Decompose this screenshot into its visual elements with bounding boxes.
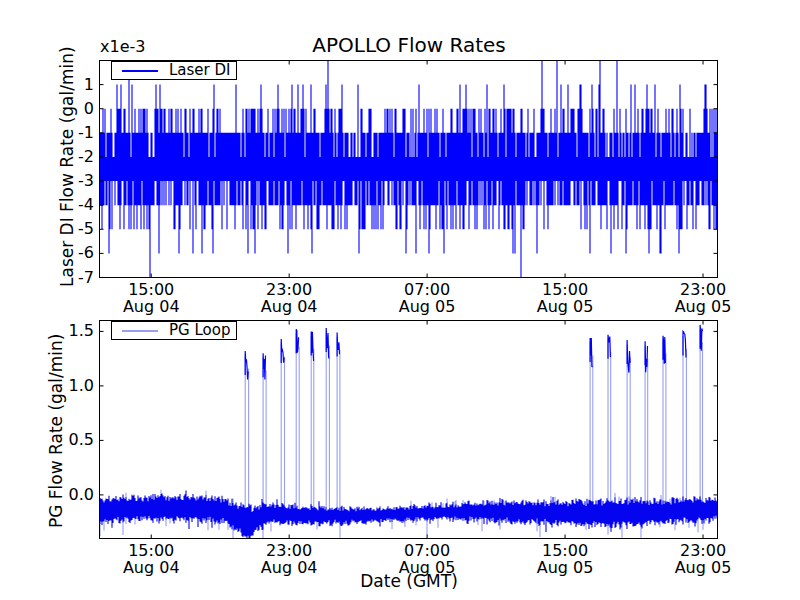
y-tick-label: 1 xyxy=(54,77,94,93)
y-tick-label: -6 xyxy=(54,245,94,261)
x-tick-time: 07:00 xyxy=(382,281,472,298)
pg-loop-baseline xyxy=(100,491,717,540)
x-tick-label: 23:00Aug 04 xyxy=(244,542,334,576)
figure-canvas: APOLLO Flow Rates x1e-3 Laser DI Flow Ra… xyxy=(0,0,800,600)
y-tick-label: 0.0 xyxy=(54,487,94,503)
legend-label-laser-di: Laser DI xyxy=(169,61,231,79)
chart-title: APOLLO Flow Rates xyxy=(258,33,560,57)
legend-line-sample-pg-loop xyxy=(122,330,158,332)
y-tick-label: 1.0 xyxy=(54,378,94,394)
x-tick-time: 23:00 xyxy=(244,542,334,559)
x-tick-label: 07:00Aug 05 xyxy=(382,542,472,576)
x-tick-time: 23:00 xyxy=(658,542,748,559)
x-tick-date: Aug 04 xyxy=(106,559,196,576)
y-tick-label: 0 xyxy=(54,101,94,117)
x-tick-date: Aug 05 xyxy=(658,559,748,576)
x-tick-time: 07:00 xyxy=(382,542,472,559)
x-tick-date: Aug 05 xyxy=(658,298,748,315)
x-tick-label: 15:00Aug 04 xyxy=(106,281,196,315)
legend-label-pg-loop: PG Loop xyxy=(169,321,230,339)
y-tick-label: 1.5 xyxy=(54,323,94,339)
x-tick-time: 15:00 xyxy=(106,542,196,559)
x-tick-date: Aug 05 xyxy=(520,298,610,315)
x-tick-date: Aug 04 xyxy=(106,298,196,315)
legend-pg-loop: PG Loop xyxy=(111,321,237,340)
x-tick-label: 07:00Aug 05 xyxy=(382,281,472,315)
x-tick-time: 15:00 xyxy=(520,542,610,559)
y-tick-label: -7 xyxy=(54,270,94,286)
x-tick-label: 23:00Aug 05 xyxy=(658,281,748,315)
laser-di-series xyxy=(100,61,717,278)
y-tick-label: -2 xyxy=(54,149,94,165)
x-tick-time: 23:00 xyxy=(658,281,748,298)
x-tick-date: Aug 05 xyxy=(382,559,472,576)
x-tick-label: 15:00Aug 05 xyxy=(520,281,610,315)
y-tick-label: -4 xyxy=(54,197,94,213)
x-tick-date: Aug 04 xyxy=(244,559,334,576)
x-tick-label: 15:00Aug 05 xyxy=(520,542,610,576)
x-tick-label: 23:00Aug 05 xyxy=(658,542,748,576)
x-tick-label: 15:00Aug 04 xyxy=(106,542,196,576)
x-tick-time: 23:00 xyxy=(244,281,334,298)
y-tick-label: -3 xyxy=(54,173,94,189)
x-tick-date: Aug 05 xyxy=(520,559,610,576)
y-tick-label: -1 xyxy=(54,125,94,141)
legend-line-sample-laser-di xyxy=(122,70,158,72)
x-tick-date: Aug 05 xyxy=(382,298,472,315)
y-tick-label: -5 xyxy=(54,221,94,237)
x-tick-date: Aug 04 xyxy=(244,298,334,315)
x-tick-label: 23:00Aug 04 xyxy=(244,281,334,315)
legend-laser-di: Laser DI xyxy=(111,61,237,80)
y-offset-multiplier-label: x1e-3 xyxy=(100,37,145,56)
x-tick-time: 15:00 xyxy=(106,281,196,298)
x-tick-time: 15:00 xyxy=(520,281,610,298)
y-tick-label: 0.5 xyxy=(54,432,94,448)
